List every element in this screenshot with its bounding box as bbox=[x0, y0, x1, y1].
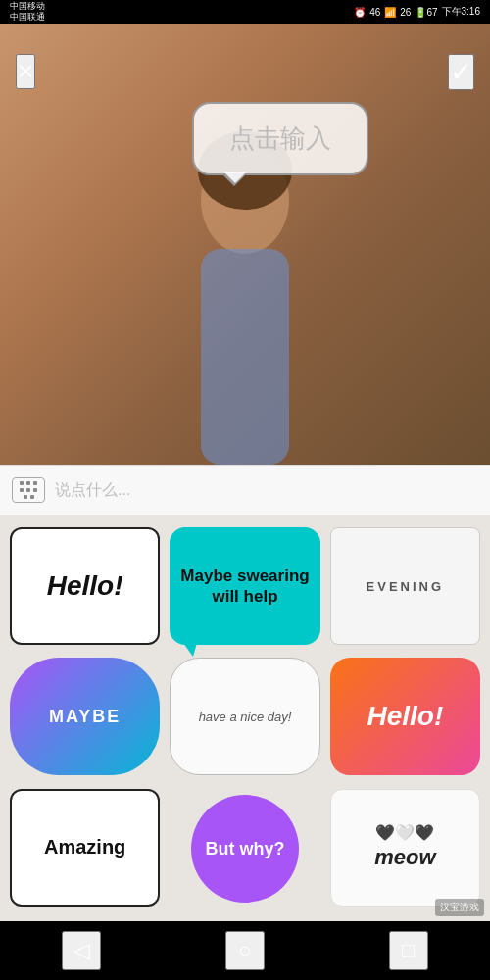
keyboard-row2 bbox=[20, 488, 37, 492]
sticker-swearing-text: Maybe swearing will help bbox=[170, 556, 319, 617]
sticker-meow[interactable]: 🖤🤍🖤 meow bbox=[330, 789, 480, 906]
battery-icon: 🔋67 bbox=[415, 7, 437, 18]
sticker-butwhy-text: But why? bbox=[197, 831, 292, 867]
sticker-hello1[interactable]: Hello! bbox=[10, 527, 160, 645]
home-button[interactable]: ○ bbox=[225, 931, 265, 970]
heart-icons: 🖤🤍🖤 bbox=[375, 825, 434, 841]
sticker-maybe[interactable]: MAYBE bbox=[10, 658, 160, 775]
photo-area: × ✓ 点击输入 bbox=[0, 24, 490, 465]
bubble-tail bbox=[183, 643, 197, 657]
watermark: 汉宝游戏 bbox=[435, 899, 484, 916]
keyboard-row1 bbox=[20, 481, 37, 485]
sticker-evening-text: EVENING bbox=[367, 579, 445, 594]
speech-bubble-placeholder: 点击输入 bbox=[229, 123, 331, 153]
sticker-amazing-text: Amazing bbox=[44, 836, 125, 858]
speech-bubble[interactable]: 点击输入 bbox=[192, 102, 368, 175]
sticker-niceday-text: have a nice day! bbox=[199, 710, 292, 724]
status-bar: 中国移动 中国联通 ⏰ 46 📶 26 🔋67 下午3:16 bbox=[0, 0, 490, 24]
sticker-hello1-text: Hello! bbox=[47, 570, 123, 602]
sticker-niceday[interactable]: have a nice day! bbox=[170, 658, 319, 775]
sticker-amazing[interactable]: Amazing bbox=[10, 789, 160, 906]
input-bar: 说点什么... bbox=[0, 465, 490, 515]
carrier2: 中国联通 bbox=[10, 12, 45, 23]
recent-button[interactable]: □ bbox=[389, 931, 428, 970]
status-icons: ⏰ 46 📶 26 🔋67 下午3:16 bbox=[354, 5, 480, 19]
confirm-button[interactable]: ✓ bbox=[448, 54, 474, 90]
bottom-nav: ◁ ○ □ bbox=[0, 921, 490, 980]
sticker-grid: Hello! Maybe swearing will help EVENING … bbox=[0, 515, 490, 921]
sticker-maybe-text: MAYBE bbox=[49, 707, 121, 727]
sticker-meow-text: meow bbox=[374, 845, 435, 870]
signal2-icon: 26 bbox=[400, 7, 411, 18]
sticker-evening[interactable]: EVENING bbox=[330, 527, 480, 645]
carrier1: 中国移动 bbox=[10, 1, 45, 12]
time: 下午3:16 bbox=[442, 5, 480, 19]
sticker-swearing[interactable]: Maybe swearing will help bbox=[170, 527, 319, 645]
back-button[interactable]: ◁ bbox=[62, 931, 101, 970]
top-bar: × ✓ bbox=[0, 47, 490, 96]
svg-rect-1 bbox=[201, 249, 289, 465]
keyboard-toggle[interactable] bbox=[12, 477, 45, 503]
text-input[interactable]: 说点什么... bbox=[55, 480, 478, 501]
wifi-icon: 📶 bbox=[384, 7, 396, 18]
carrier-info: 中国移动 中国联通 bbox=[10, 1, 45, 23]
sticker-hello2-text: Hello! bbox=[367, 701, 443, 732]
keyboard-row3 bbox=[24, 495, 34, 499]
sticker-hello2[interactable]: Hello! bbox=[330, 658, 480, 775]
sticker-butwhy[interactable]: But why? bbox=[191, 795, 299, 903]
alarm-icon: ⏰ bbox=[354, 7, 366, 18]
close-button[interactable]: × bbox=[16, 54, 35, 89]
signal-info: 46 bbox=[369, 7, 380, 18]
